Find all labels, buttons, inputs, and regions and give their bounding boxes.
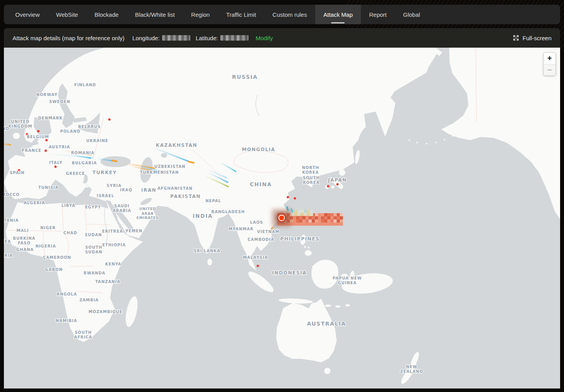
tab-traffic-limit[interactable]: Traffic Limit [218, 5, 264, 24]
svg-text:GHANA: GHANA [16, 248, 34, 252]
svg-text:ALGERIA: ALGERIA [24, 201, 45, 205]
svg-text:KAZAKHSTAN: KAZAKHSTAN [156, 143, 197, 148]
svg-text:NIGERIA: NIGERIA [36, 244, 56, 248]
svg-text:FINLAND: FINLAND [74, 83, 96, 87]
zoom-in-button[interactable]: + [544, 53, 555, 64]
svg-text:LIBERIA: LIBERIA [4, 253, 13, 258]
svg-text:SUDAN: SUDAN [85, 233, 102, 237]
svg-text:MALI: MALI [16, 228, 29, 233]
svg-text:PHILIPPINES: PHILIPPINES [280, 236, 320, 242]
longitude-label: Longitude: [132, 35, 160, 41]
svg-text:GABON: GABON [45, 267, 63, 272]
svg-text:GUINEA: GUINEA [4, 239, 11, 244]
svg-text:MONGOLIA: MONGOLIA [242, 147, 275, 152]
svg-text:ITALY: ITALY [49, 160, 62, 165]
svg-text:SPAIN: SPAIN [10, 171, 25, 175]
svg-text:CHAD: CHAD [63, 231, 77, 235]
svg-text:NEPAL: NEPAL [205, 199, 221, 203]
svg-text:SRI LANKA: SRI LANKA [194, 249, 220, 253]
fullscreen-label: Full-screen [523, 35, 552, 41]
svg-text:BANGLADESH: BANGLADESH [211, 210, 245, 214]
svg-text:RUSSIA: RUSSIA [232, 74, 258, 80]
svg-text:UZBEKISTAN: UZBEKISTAN [154, 164, 186, 169]
svg-text:AFGHANISTAN: AFGHANISTAN [157, 186, 193, 191]
map-toolbar: Attack map details (map for reference on… [4, 28, 560, 48]
svg-text:CAMEROON: CAMEROON [43, 255, 71, 260]
svg-text:TURKEY: TURKEY [93, 170, 117, 175]
tab-region[interactable]: Region [183, 5, 218, 24]
svg-text:NAMIBIA: NAMIBIA [55, 319, 77, 323]
svg-text:RWANDA: RWANDA [84, 271, 105, 275]
svg-text:TURKMENISTAN: TURKMENISTAN [140, 170, 178, 175]
tab-blockade[interactable]: Blockade [86, 5, 127, 24]
svg-text:ERITREA: ERITREA [102, 229, 123, 233]
attack-map[interactable]: RUSSIAFINLANDNORWAYSWEDENDENMARKUNITEDKI… [4, 48, 560, 388]
svg-text:SAUDIARABIA: SAUDIARABIA [112, 204, 131, 213]
svg-text:JAPAN: JAPAN [328, 177, 347, 183]
svg-text:DENMARK: DENMARK [38, 116, 63, 120]
svg-text:KENYA: KENYA [105, 262, 121, 266]
svg-text:LIBYA: LIBYA [61, 203, 75, 208]
svg-text:BELGIUM: BELGIUM [27, 135, 49, 139]
svg-text:MALAYSIA: MALAYSIA [243, 255, 268, 260]
svg-text:PAKISTAN: PAKISTAN [170, 194, 201, 199]
tab-website[interactable]: WebSite [48, 5, 86, 24]
svg-text:NIGER: NIGER [40, 226, 55, 230]
tab-attack-map[interactable]: Attack Map [315, 5, 361, 24]
tab-report[interactable]: Report [361, 5, 395, 24]
svg-text:SWEDEN: SWEDEN [49, 100, 70, 104]
page-title: Attack map details (map for reference on… [12, 35, 125, 41]
svg-text:FRANCE: FRANCE [22, 148, 41, 153]
svg-text:IRAQ: IRAQ [120, 188, 132, 192]
svg-text:CAMBODIA: CAMBODIA [248, 237, 274, 242]
svg-text:MYANMAR: MYANMAR [228, 227, 253, 231]
svg-text:AUSTRALIA: AUSTRALIA [307, 321, 346, 327]
svg-text:AUSTRIA: AUSTRIA [48, 145, 70, 149]
latitude-value-redacted [220, 35, 248, 41]
svg-text:ETHIOPIA: ETHIOPIA [102, 243, 126, 247]
attack-target-marker [272, 209, 291, 226]
svg-text:NORTHKOREA: NORTHKOREA [302, 166, 319, 175]
svg-text:MOROCCO: MOROCCO [4, 192, 20, 197]
svg-text:SOUTHSUDAN: SOUTHSUDAN [85, 245, 102, 254]
svg-text:POLAND: POLAND [60, 129, 80, 134]
svg-text:ZAMBIA: ZAMBIA [79, 298, 98, 302]
svg-text:ISRAEL: ISRAEL [97, 194, 114, 198]
latitude-label: Latitude: [196, 35, 218, 41]
modify-link[interactable]: Modify [255, 35, 273, 41]
svg-text:SOUTHAFRICA: SOUTHAFRICA [74, 330, 92, 339]
svg-text:YEMEN: YEMEN [125, 229, 143, 233]
svg-text:BELARUS: BELARUS [78, 125, 101, 129]
top-nav: OverviewWebSiteBlockadeBlack/White listR… [4, 5, 560, 24]
svg-text:UKRAINE: UKRAINE [86, 139, 109, 143]
zoom-out-button[interactable]: − [544, 64, 555, 75]
svg-text:GREECE: GREECE [66, 171, 85, 176]
svg-text:EGYPT: EGYPT [85, 205, 101, 209]
tab-global[interactable]: Global [395, 5, 428, 24]
svg-text:IRAN: IRAN [141, 187, 156, 193]
svg-text:IRELAND: IRELAND [4, 127, 9, 131]
svg-text:BULGARIA: BULGARIA [72, 161, 97, 165]
svg-text:SOUTHKOREA: SOUTHKOREA [303, 176, 320, 185]
longitude-value-redacted [162, 35, 190, 41]
tab-overview[interactable]: Overview [7, 5, 48, 24]
tab-black-white-list[interactable]: Black/White list [127, 5, 183, 24]
svg-text:CHINA: CHINA [250, 181, 272, 187]
svg-text:LAOS: LAOS [250, 220, 263, 225]
svg-text:TUNISIA: TUNISIA [38, 185, 59, 190]
svg-text:TANZANIA: TANZANIA [95, 280, 120, 284]
svg-text:ROMANIA: ROMANIA [71, 151, 95, 155]
tab-custom-rules[interactable]: Custom rules [264, 5, 315, 24]
svg-text:INDIA: INDIA [193, 213, 213, 219]
svg-text:MAURITANIA: MAURITANIA [4, 218, 19, 223]
svg-text:VIETNAM: VIETNAM [257, 230, 279, 234]
fullscreen-icon [513, 35, 519, 41]
svg-text:ANGOLA: ANGOLA [57, 292, 77, 296]
svg-text:SYRIA: SYRIA [107, 184, 121, 188]
fullscreen-button[interactable]: Full-screen [513, 35, 552, 41]
svg-text:MOZAMBIQUE: MOZAMBIQUE [88, 310, 122, 314]
svg-text:INDONESIA: INDONESIA [272, 270, 307, 276]
svg-text:UNITEDKINGDOM: UNITEDKINGDOM [8, 119, 32, 128]
zoom-control: + − [543, 52, 556, 76]
svg-text:NORWAY: NORWAY [36, 93, 58, 97]
